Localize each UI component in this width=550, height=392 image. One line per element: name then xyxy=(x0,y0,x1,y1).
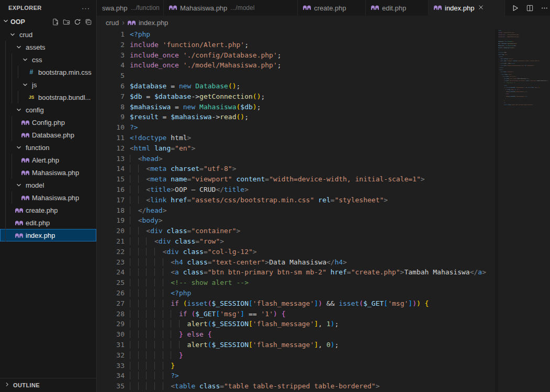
code-line: <a class="btn btn-primary btn-sm mb-2" h… xyxy=(130,267,550,278)
indent-guide xyxy=(130,351,138,359)
tree-item-config[interactable]: config xyxy=(0,103,96,116)
breadcrumb-folder[interactable]: crud xyxy=(106,19,119,27)
run-icon[interactable] xyxy=(511,4,519,12)
tree-item-config-php[interactable]: Config.php xyxy=(0,116,96,129)
code-line: <table class="table table-stripped table… xyxy=(130,381,550,391)
refresh-explorer-icon[interactable] xyxy=(74,18,81,26)
code-token xyxy=(314,196,318,204)
workspace-root-row[interactable]: OOP xyxy=(0,16,96,28)
more-actions-icon[interactable]: ··· xyxy=(82,4,90,12)
code-token: > xyxy=(159,216,163,224)
line-number: 30 xyxy=(97,329,125,340)
tree-item-label: Alert.php xyxy=(32,156,59,164)
tab-create-php[interactable]: create.php xyxy=(298,0,366,16)
explorer-header[interactable]: EXPLORER ··· xyxy=(0,0,96,16)
code-token: $mahasiswa xyxy=(171,113,211,121)
indent-guide xyxy=(5,91,6,103)
indent-guide xyxy=(163,382,171,390)
line-number: 34 xyxy=(97,371,125,381)
code-token: new xyxy=(183,103,195,111)
outline-section-header[interactable]: OUTLINE xyxy=(0,378,96,392)
code-token: ( xyxy=(208,341,212,349)
indent-guide xyxy=(138,372,147,379)
minimap-token: > xyxy=(547,80,548,81)
indent-guide xyxy=(130,341,138,349)
minimap-token: { xyxy=(520,89,520,90)
tree-item-js[interactable]: js xyxy=(0,78,96,91)
tree-item-bootstrap-bundl[interactable]: JSbootstrap.bundl... xyxy=(0,91,96,103)
minimap-token: ; xyxy=(513,41,514,42)
minimap-token: include xyxy=(498,32,502,33)
editor-group: swa.php.../functionMahasiswa.php.../mode… xyxy=(97,0,550,392)
code-token: ( xyxy=(208,320,212,328)
code-token: > xyxy=(232,165,237,172)
tree-item-create-php[interactable]: create.php xyxy=(0,204,96,216)
tree-item-mahasiswa-php[interactable]: Mahasiswa.php xyxy=(0,191,96,204)
tree-item-assets[interactable]: assets xyxy=(0,41,96,53)
tree-item-label: config xyxy=(26,106,44,114)
code-line: alert($_SESSION['flash_message'], 1); xyxy=(130,319,550,329)
tree-item-crud[interactable]: crud xyxy=(0,28,96,41)
minimap-token: > xyxy=(533,105,533,106)
tab-edit-php[interactable]: edit.php xyxy=(366,0,429,16)
tree-item-alert-php[interactable]: Alert.php xyxy=(0,154,96,166)
tree-item-edit-php[interactable]: edit.php xyxy=(0,216,96,229)
minimap-token: > xyxy=(514,63,515,64)
tree-item-bootstrap-min-css[interactable]: #bootstrap.min.css xyxy=(0,66,96,78)
indent-guide xyxy=(154,248,163,256)
indent-guide xyxy=(171,310,179,318)
code-token: a xyxy=(478,268,482,276)
indent-guide xyxy=(12,154,12,166)
indent-guide xyxy=(18,66,18,78)
new-file-icon[interactable] xyxy=(52,18,59,26)
tree-item-index-php[interactable]: index.php xyxy=(0,229,96,241)
tree-item-css[interactable]: css xyxy=(0,53,96,66)
tab-swa-php[interactable]: swa.php.../function xyxy=(97,0,164,16)
minimap-token: content xyxy=(513,61,518,62)
indent-guide xyxy=(138,279,147,286)
indent-guide xyxy=(138,362,147,370)
code-editor[interactable]: 1234567891011121314151617181920212223242… xyxy=(97,29,550,392)
indent-guide xyxy=(154,258,163,266)
more-actions-icon[interactable] xyxy=(541,4,548,12)
code-line: <?php xyxy=(130,29,550,40)
code-token: include_once xyxy=(130,61,179,69)
js-file-icon: JS xyxy=(27,95,36,100)
code-token: h4 xyxy=(175,258,183,266)
breadcrumb-file[interactable]: index.php xyxy=(139,19,168,27)
code-line: } xyxy=(130,350,550,361)
new-folder-icon[interactable] xyxy=(63,18,70,26)
code-token xyxy=(183,330,187,338)
code-token: link xyxy=(150,196,166,204)
indent-guide xyxy=(18,91,18,103)
code-token: $mahasiswa xyxy=(130,103,171,111)
close-icon[interactable] xyxy=(477,4,485,13)
tree-item-function[interactable]: function xyxy=(0,141,96,154)
minimap[interactable]: <?phpinclude 'function/Alert.php';includ… xyxy=(498,29,550,392)
minimap-token: > xyxy=(513,72,514,73)
split-editor-icon[interactable] xyxy=(526,4,534,12)
code-token: == xyxy=(244,310,261,318)
code-token: head xyxy=(146,206,162,214)
collapse-folders-icon[interactable] xyxy=(85,18,92,26)
chevron-down-icon xyxy=(21,56,29,63)
tree-item-database-php[interactable]: Database.php xyxy=(0,129,96,141)
code-token: ) xyxy=(273,310,277,318)
indent-guide xyxy=(146,320,154,328)
php-file-icon xyxy=(169,4,177,12)
tree-item-mahasiswa-php[interactable]: Mahasiswa.php xyxy=(0,166,96,179)
code-line: <!doctype html> xyxy=(130,133,550,143)
indent-guide xyxy=(146,330,154,338)
tree-item-model[interactable]: model xyxy=(0,179,96,191)
code-token: <?php xyxy=(171,289,191,297)
minimap-token: 'flash_message' xyxy=(515,87,524,88)
indent-guide xyxy=(163,351,171,359)
code-token: 'msg' xyxy=(220,310,240,318)
indent-guide xyxy=(138,237,147,245)
minimap-token: ; xyxy=(514,32,515,33)
tab-mahasiswa-php[interactable]: Mahasiswa.php.../model xyxy=(164,0,298,16)
tab-index-php[interactable]: index.php xyxy=(429,0,505,16)
code-token: else xyxy=(187,330,204,338)
indent-guide xyxy=(154,382,163,390)
minimap-token: Mahasiswa xyxy=(508,45,513,46)
